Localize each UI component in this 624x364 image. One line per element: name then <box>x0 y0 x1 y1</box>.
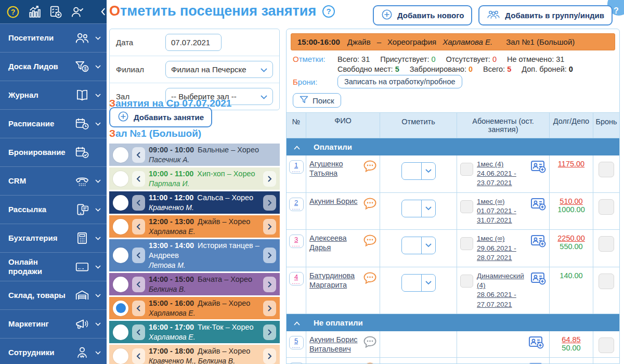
sidebar-item-mailing[interactable]: Рассылка <box>0 195 107 224</box>
mark-dropdown[interactable] <box>401 237 436 254</box>
next-lesson-button[interactable] <box>263 248 276 263</box>
abonement-checkbox[interactable] <box>460 237 473 250</box>
help-icon[interactable]: ? <box>6 5 20 19</box>
client-name-link[interactable]: Акунин Борис <box>309 197 361 206</box>
booking-checkbox[interactable] <box>599 236 614 252</box>
next-lesson-button[interactable] <box>263 219 276 235</box>
comment-bubble-icon[interactable] <box>363 235 376 248</box>
debt-amount[interactable]: 64.85 <box>552 335 591 344</box>
schedule-radio[interactable] <box>113 171 128 187</box>
section-unpaid[interactable]: Не оплатили <box>287 314 619 331</box>
schedule-item[interactable]: 12:00 - 13:00Джайв – Хорео Харламова Е. <box>109 215 280 238</box>
comment-bubble-icon[interactable] <box>363 160 376 174</box>
mark-dropdown[interactable] <box>401 274 436 292</box>
schedule-item[interactable]: 16:00 - 17:00Тик-Ток – Хорео Харламова Е… <box>109 321 280 343</box>
client-name-link[interactable]: Алексеева Дарья <box>309 233 361 252</box>
schedule-radio[interactable] <box>113 248 128 263</box>
debt-amount[interactable]: 2250.00 <box>552 234 591 242</box>
row-number-button[interactable]: 2 <box>289 198 304 211</box>
booking-checkbox[interactable] <box>599 337 614 353</box>
debt-amount[interactable]: 1175.00 <box>552 160 591 168</box>
add-abonement-icon[interactable] <box>530 160 546 175</box>
mark-dropdown[interactable] <box>401 162 436 180</box>
search-button[interactable]: Поиск <box>293 93 341 108</box>
prev-lesson-button[interactable] <box>132 195 145 211</box>
add-abonement-icon[interactable] <box>528 335 544 350</box>
sidebar-item-booking[interactable]: Бронирование <box>0 138 107 166</box>
help-icon[interactable]: ? <box>322 5 335 18</box>
row-number-button[interactable]: 4 <box>289 272 304 285</box>
next-lesson-button[interactable] <box>263 301 276 316</box>
collapse-sidebar-icon[interactable] <box>100 7 106 16</box>
schedule-item-selected[interactable]: 15:00 - 16:00Джайв – Хорео Харламова Е. <box>109 297 280 319</box>
next-lesson-button[interactable] <box>263 171 276 187</box>
user-check-icon[interactable] <box>70 5 85 19</box>
comment-bubble-icon[interactable] <box>363 272 376 285</box>
client-name-link[interactable]: Акунин Борис Витальевич <box>309 335 361 354</box>
schedule-item[interactable]: 09:00 - 10:00Бальные – Хорео Пасечник А. <box>109 144 280 166</box>
mark-dropdown[interactable] <box>401 200 436 217</box>
section-paid[interactable]: Оплатили <box>287 138 619 155</box>
add-new-button[interactable]: Добавить нового <box>373 5 472 25</box>
comment-bubble-icon[interactable] <box>363 336 376 349</box>
next-lesson-button[interactable] <box>263 195 276 211</box>
add-abonement-icon[interactable] <box>530 271 546 287</box>
add-abonement-icon[interactable] <box>530 197 546 212</box>
sidebar-item-accounting[interactable]: Бухгалтерия <box>0 224 107 252</box>
booking-checkbox[interactable] <box>599 162 614 177</box>
add-lesson-button[interactable]: Добавить занятие <box>109 107 212 127</box>
sidebar-item-marketing[interactable]: Маркетинг <box>0 309 107 338</box>
sidebar-item-journal[interactable]: Журнал <box>0 81 107 109</box>
sidebar-item-warehouse[interactable]: Склад, товары <box>0 281 107 309</box>
stats-icon[interactable] <box>28 5 41 19</box>
book-makeup-trial-button[interactable]: Записать на отработку/пробное <box>337 75 462 88</box>
prev-lesson-button[interactable] <box>132 248 145 263</box>
prev-lesson-button[interactable] <box>132 147 145 163</box>
abonement-link[interactable]: 1мес (4)24.06.2021 - 23.07.2021 <box>477 160 527 188</box>
prev-lesson-button[interactable] <box>132 348 145 364</box>
abonement-link[interactable]: 1мес (∞)01.07.2021 - 31.07.2021 <box>477 197 527 226</box>
schedule-radio[interactable] <box>113 348 128 364</box>
prev-lesson-button[interactable] <box>132 301 145 316</box>
schedule-item[interactable]: 13:00 - 14:00История танцев – Андреев Ле… <box>109 239 280 271</box>
task-add-icon[interactable] <box>49 5 62 19</box>
add-to-group-button[interactable]: Добавить в группу/индив <box>478 5 613 25</box>
schedule-radio[interactable] <box>113 324 128 340</box>
schedule-item[interactable]: 10:00 - 11:00Хип-хоп – Хорео Партала И. <box>109 167 280 190</box>
add-abonement-icon[interactable] <box>530 234 546 249</box>
sidebar-item-leads-board[interactable]: Доска Лидов $ <box>0 52 107 81</box>
prev-lesson-button[interactable] <box>132 324 145 340</box>
date-input[interactable] <box>165 34 222 51</box>
schedule-radio[interactable] <box>113 195 128 211</box>
schedule-radio[interactable] <box>113 219 128 235</box>
row-number-button[interactable]: 3 <box>289 235 304 248</box>
client-name-link[interactable]: Батурдинова Маргарита <box>309 271 361 290</box>
abonement-checkbox[interactable] <box>460 163 473 176</box>
row-number-button[interactable]: 5 <box>289 336 304 349</box>
schedule-radio[interactable] <box>113 277 128 292</box>
next-lesson-button[interactable] <box>263 348 276 364</box>
client-name-link[interactable]: Акунин Максим <box>309 361 361 364</box>
schedule-item[interactable]: 11:00 - 12:00Сальса – Хорео Кравченко М. <box>109 191 280 214</box>
debt-amount[interactable]: 510.00 <box>552 197 591 205</box>
abonement-checkbox[interactable] <box>460 275 473 288</box>
prev-lesson-button[interactable] <box>132 171 145 187</box>
prev-lesson-button[interactable] <box>132 219 145 235</box>
schedule-radio[interactable] <box>113 147 128 163</box>
prev-lesson-button[interactable] <box>132 277 145 292</box>
comment-bubble-icon[interactable] <box>363 198 376 211</box>
sidebar-item-online-sales[interactable]: Онлайн продажи <box>0 252 107 281</box>
schedule-radio-selected[interactable] <box>113 301 128 316</box>
schedule-item[interactable]: 14:00 - 15:00Бачата – Хорео Белкина В. <box>109 273 280 295</box>
sidebar-item-staff[interactable]: Сотрудники <box>0 338 107 364</box>
next-lesson-button[interactable] <box>263 324 276 340</box>
add-abonement-icon[interactable] <box>528 362 544 364</box>
sidebar-item-visitors[interactable]: Посетители <box>0 23 107 52</box>
branch-select[interactable]: Филиал на Печерске <box>165 61 273 78</box>
sidebar-item-crm[interactable]: CRM <box>0 166 107 195</box>
row-number-button[interactable]: 1 <box>289 160 304 174</box>
next-lesson-button[interactable] <box>263 277 276 292</box>
client-name-link[interactable]: Агушенко Татьяна <box>309 159 361 178</box>
abonement-link[interactable]: 1мес (∞)29.06.2021 - 28.07.2021 <box>477 234 527 263</box>
booking-checkbox[interactable] <box>599 199 614 215</box>
